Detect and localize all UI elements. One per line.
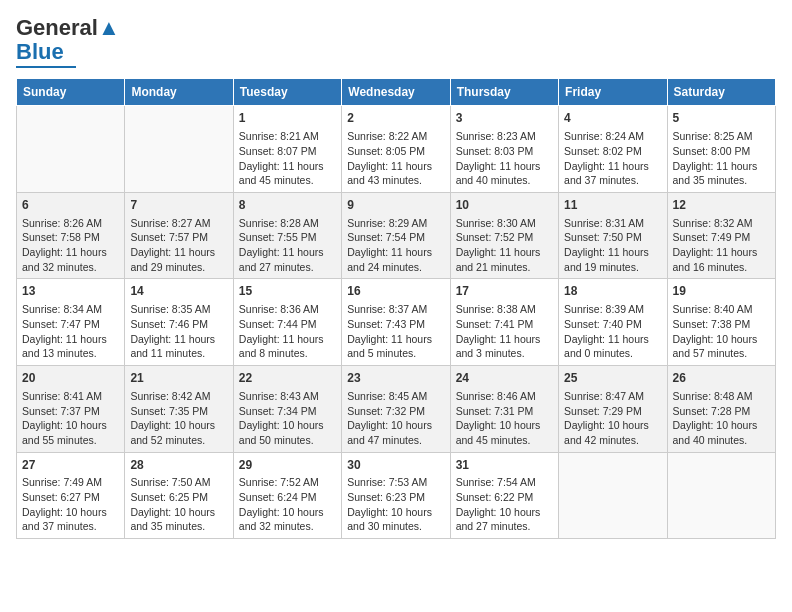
calendar-week-1: 1Sunrise: 8:21 AM Sunset: 8:07 PM Daylig…	[17, 106, 776, 193]
calendar-cell: 6Sunrise: 8:26 AM Sunset: 7:58 PM Daylig…	[17, 192, 125, 279]
calendar-cell: 1Sunrise: 8:21 AM Sunset: 8:07 PM Daylig…	[233, 106, 341, 193]
calendar-cell: 18Sunrise: 8:39 AM Sunset: 7:40 PM Dayli…	[559, 279, 667, 366]
day-number: 27	[22, 457, 119, 474]
calendar-week-5: 27Sunrise: 7:49 AM Sunset: 6:27 PM Dayli…	[17, 452, 776, 539]
calendar-week-2: 6Sunrise: 8:26 AM Sunset: 7:58 PM Daylig…	[17, 192, 776, 279]
day-content: Sunrise: 8:30 AM Sunset: 7:52 PM Dayligh…	[456, 216, 553, 275]
calendar-cell: 27Sunrise: 7:49 AM Sunset: 6:27 PM Dayli…	[17, 452, 125, 539]
logo: General▲ Blue	[16, 16, 120, 68]
day-content: Sunrise: 8:27 AM Sunset: 7:57 PM Dayligh…	[130, 216, 227, 275]
calendar-cell	[559, 452, 667, 539]
calendar-cell: 26Sunrise: 8:48 AM Sunset: 7:28 PM Dayli…	[667, 366, 775, 453]
calendar-table: SundayMondayTuesdayWednesdayThursdayFrid…	[16, 78, 776, 539]
day-number: 5	[673, 110, 770, 127]
logo-line	[16, 66, 76, 68]
day-content: Sunrise: 7:49 AM Sunset: 6:27 PM Dayligh…	[22, 475, 119, 534]
day-content: Sunrise: 8:31 AM Sunset: 7:50 PM Dayligh…	[564, 216, 661, 275]
day-content: Sunrise: 8:21 AM Sunset: 8:07 PM Dayligh…	[239, 129, 336, 188]
day-number: 28	[130, 457, 227, 474]
day-content: Sunrise: 8:35 AM Sunset: 7:46 PM Dayligh…	[130, 302, 227, 361]
day-content: Sunrise: 8:26 AM Sunset: 7:58 PM Dayligh…	[22, 216, 119, 275]
day-number: 14	[130, 283, 227, 300]
calendar-cell: 19Sunrise: 8:40 AM Sunset: 7:38 PM Dayli…	[667, 279, 775, 366]
day-number: 16	[347, 283, 444, 300]
calendar-cell: 20Sunrise: 8:41 AM Sunset: 7:37 PM Dayli…	[17, 366, 125, 453]
day-content: Sunrise: 8:34 AM Sunset: 7:47 PM Dayligh…	[22, 302, 119, 361]
calendar-week-4: 20Sunrise: 8:41 AM Sunset: 7:37 PM Dayli…	[17, 366, 776, 453]
day-number: 10	[456, 197, 553, 214]
calendar-cell: 24Sunrise: 8:46 AM Sunset: 7:31 PM Dayli…	[450, 366, 558, 453]
calendar-cell: 9Sunrise: 8:29 AM Sunset: 7:54 PM Daylig…	[342, 192, 450, 279]
day-content: Sunrise: 8:39 AM Sunset: 7:40 PM Dayligh…	[564, 302, 661, 361]
day-number: 9	[347, 197, 444, 214]
day-content: Sunrise: 8:22 AM Sunset: 8:05 PM Dayligh…	[347, 129, 444, 188]
weekday-header-saturday: Saturday	[667, 79, 775, 106]
logo-text: General▲ Blue	[16, 16, 120, 64]
calendar-cell: 21Sunrise: 8:42 AM Sunset: 7:35 PM Dayli…	[125, 366, 233, 453]
calendar-cell: 4Sunrise: 8:24 AM Sunset: 8:02 PM Daylig…	[559, 106, 667, 193]
day-number: 25	[564, 370, 661, 387]
calendar-cell: 30Sunrise: 7:53 AM Sunset: 6:23 PM Dayli…	[342, 452, 450, 539]
weekday-header-wednesday: Wednesday	[342, 79, 450, 106]
day-number: 22	[239, 370, 336, 387]
day-content: Sunrise: 8:32 AM Sunset: 7:49 PM Dayligh…	[673, 216, 770, 275]
day-content: Sunrise: 8:25 AM Sunset: 8:00 PM Dayligh…	[673, 129, 770, 188]
day-content: Sunrise: 8:36 AM Sunset: 7:44 PM Dayligh…	[239, 302, 336, 361]
calendar-cell: 3Sunrise: 8:23 AM Sunset: 8:03 PM Daylig…	[450, 106, 558, 193]
weekday-header-tuesday: Tuesday	[233, 79, 341, 106]
calendar-cell: 8Sunrise: 8:28 AM Sunset: 7:55 PM Daylig…	[233, 192, 341, 279]
day-content: Sunrise: 8:37 AM Sunset: 7:43 PM Dayligh…	[347, 302, 444, 361]
calendar-cell: 25Sunrise: 8:47 AM Sunset: 7:29 PM Dayli…	[559, 366, 667, 453]
day-number: 31	[456, 457, 553, 474]
calendar-cell: 31Sunrise: 7:54 AM Sunset: 6:22 PM Dayli…	[450, 452, 558, 539]
calendar-header-row: SundayMondayTuesdayWednesdayThursdayFrid…	[17, 79, 776, 106]
day-content: Sunrise: 8:46 AM Sunset: 7:31 PM Dayligh…	[456, 389, 553, 448]
page-header: General▲ Blue	[16, 16, 776, 68]
calendar-body: 1Sunrise: 8:21 AM Sunset: 8:07 PM Daylig…	[17, 106, 776, 539]
day-content: Sunrise: 8:29 AM Sunset: 7:54 PM Dayligh…	[347, 216, 444, 275]
day-content: Sunrise: 8:38 AM Sunset: 7:41 PM Dayligh…	[456, 302, 553, 361]
day-number: 17	[456, 283, 553, 300]
day-content: Sunrise: 8:43 AM Sunset: 7:34 PM Dayligh…	[239, 389, 336, 448]
day-number: 18	[564, 283, 661, 300]
day-number: 24	[456, 370, 553, 387]
day-content: Sunrise: 8:42 AM Sunset: 7:35 PM Dayligh…	[130, 389, 227, 448]
calendar-cell: 5Sunrise: 8:25 AM Sunset: 8:00 PM Daylig…	[667, 106, 775, 193]
day-content: Sunrise: 8:45 AM Sunset: 7:32 PM Dayligh…	[347, 389, 444, 448]
day-number: 6	[22, 197, 119, 214]
day-content: Sunrise: 8:24 AM Sunset: 8:02 PM Dayligh…	[564, 129, 661, 188]
day-content: Sunrise: 8:47 AM Sunset: 7:29 PM Dayligh…	[564, 389, 661, 448]
calendar-cell	[17, 106, 125, 193]
day-content: Sunrise: 8:48 AM Sunset: 7:28 PM Dayligh…	[673, 389, 770, 448]
day-number: 30	[347, 457, 444, 474]
calendar-cell: 29Sunrise: 7:52 AM Sunset: 6:24 PM Dayli…	[233, 452, 341, 539]
day-number: 7	[130, 197, 227, 214]
calendar-cell: 10Sunrise: 8:30 AM Sunset: 7:52 PM Dayli…	[450, 192, 558, 279]
calendar-cell	[125, 106, 233, 193]
day-content: Sunrise: 7:52 AM Sunset: 6:24 PM Dayligh…	[239, 475, 336, 534]
day-content: Sunrise: 8:40 AM Sunset: 7:38 PM Dayligh…	[673, 302, 770, 361]
calendar-cell	[667, 452, 775, 539]
weekday-header-thursday: Thursday	[450, 79, 558, 106]
day-number: 23	[347, 370, 444, 387]
day-number: 13	[22, 283, 119, 300]
calendar-cell: 2Sunrise: 8:22 AM Sunset: 8:05 PM Daylig…	[342, 106, 450, 193]
calendar-cell: 23Sunrise: 8:45 AM Sunset: 7:32 PM Dayli…	[342, 366, 450, 453]
calendar-week-3: 13Sunrise: 8:34 AM Sunset: 7:47 PM Dayli…	[17, 279, 776, 366]
day-content: Sunrise: 8:41 AM Sunset: 7:37 PM Dayligh…	[22, 389, 119, 448]
calendar-cell: 12Sunrise: 8:32 AM Sunset: 7:49 PM Dayli…	[667, 192, 775, 279]
day-content: Sunrise: 8:23 AM Sunset: 8:03 PM Dayligh…	[456, 129, 553, 188]
weekday-header-friday: Friday	[559, 79, 667, 106]
day-number: 19	[673, 283, 770, 300]
calendar-cell: 16Sunrise: 8:37 AM Sunset: 7:43 PM Dayli…	[342, 279, 450, 366]
calendar-cell: 28Sunrise: 7:50 AM Sunset: 6:25 PM Dayli…	[125, 452, 233, 539]
day-content: Sunrise: 7:50 AM Sunset: 6:25 PM Dayligh…	[130, 475, 227, 534]
calendar-cell: 11Sunrise: 8:31 AM Sunset: 7:50 PM Dayli…	[559, 192, 667, 279]
day-number: 26	[673, 370, 770, 387]
calendar-cell: 14Sunrise: 8:35 AM Sunset: 7:46 PM Dayli…	[125, 279, 233, 366]
day-number: 11	[564, 197, 661, 214]
day-content: Sunrise: 8:28 AM Sunset: 7:55 PM Dayligh…	[239, 216, 336, 275]
day-number: 1	[239, 110, 336, 127]
day-content: Sunrise: 7:54 AM Sunset: 6:22 PM Dayligh…	[456, 475, 553, 534]
day-number: 15	[239, 283, 336, 300]
